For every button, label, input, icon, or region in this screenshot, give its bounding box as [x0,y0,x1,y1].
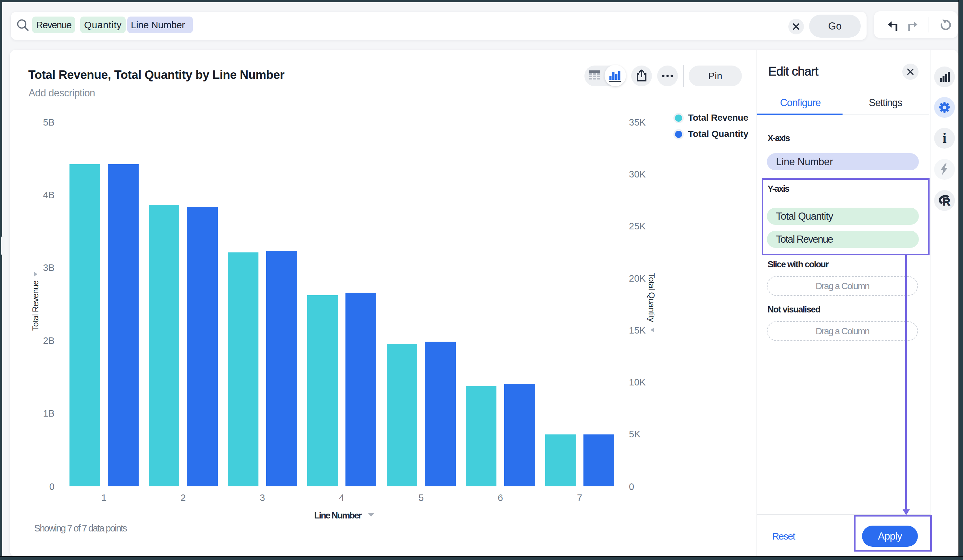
svg-text:R: R [943,196,950,208]
